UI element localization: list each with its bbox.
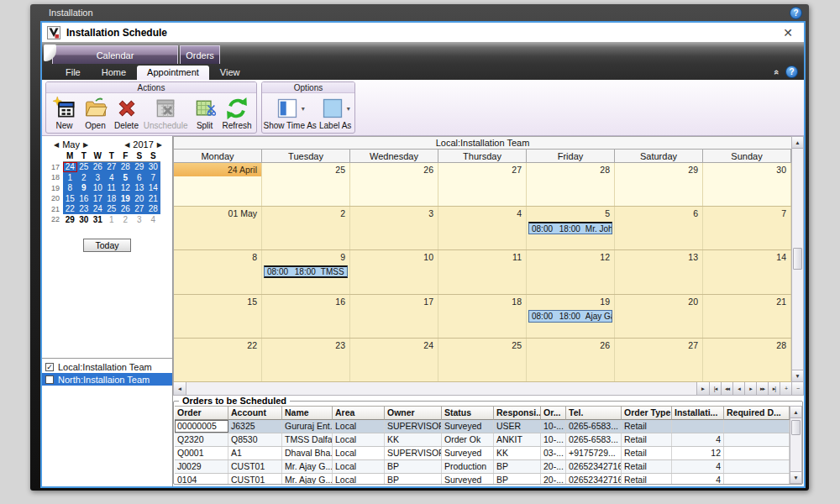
mini-calendar-day[interactable]: 31 [91, 214, 105, 225]
mini-calendar-day[interactable]: 16 [77, 193, 92, 204]
chevron-down-icon[interactable]: ▾ [347, 105, 350, 113]
ribbon-tab-file[interactable]: File [55, 66, 91, 80]
scroll-up-icon[interactable]: ▲ [792, 137, 803, 149]
orders-column-header[interactable]: Owner [385, 406, 442, 420]
orders-column-header[interactable]: Area [333, 406, 385, 420]
scroll-up-icon[interactable]: ▲ [790, 407, 801, 418]
mini-calendar-day[interactable]: 28 [146, 204, 160, 215]
mini-calendar-day[interactable]: 27 [133, 204, 147, 215]
orders-column-header[interactable]: Order [175, 406, 228, 420]
calendar-day-cell[interactable]: 6 [615, 207, 703, 249]
ribbon-tab-view[interactable]: View [210, 66, 250, 80]
calendar-day-cell[interactable]: 1908:00 18:00Ajay Gaut [527, 295, 615, 338]
team-list-item[interactable]: ✓Local:Installation Team [42, 360, 172, 373]
calendar-day-cell[interactable]: 18 [438, 295, 527, 338]
chevron-down-icon[interactable]: ▾ [302, 105, 305, 113]
orders-column-header[interactable]: Or... [541, 406, 566, 420]
next-year-arrow-icon[interactable]: ▶ [154, 141, 165, 149]
orders-table-row[interactable]: Q0001A1Dhaval Bha...LocalSUPERVISORSurve… [175, 447, 790, 460]
prev-month-arrow-icon[interactable]: ◀ [50, 141, 62, 149]
collapse-ribbon-icon[interactable]: « [772, 69, 782, 74]
new-button[interactable]: New [49, 95, 80, 132]
tab-calendar[interactable]: Calendar [52, 45, 178, 64]
mini-calendar-day[interactable]: 17 [91, 193, 105, 204]
calendar-day-cell[interactable]: 3 [350, 207, 438, 249]
mini-calendar-day[interactable]: 26 [91, 162, 105, 173]
appointment[interactable]: 08:00 18:00Ajay Gaut [528, 310, 612, 323]
calendar-day-cell[interactable]: 29 [615, 163, 703, 206]
refresh-button[interactable]: Refresh [220, 95, 254, 132]
prev-year-arrow-icon[interactable]: ◀ [121, 141, 133, 149]
mini-calendar-day[interactable]: 25 [77, 162, 92, 173]
orders-column-header[interactable]: Status [442, 406, 494, 420]
calendar-day-cell[interactable]: 16 [262, 295, 350, 338]
scroll-left-icon[interactable]: ◄ [174, 382, 186, 395]
calendar-day-cell[interactable]: 14 [703, 250, 791, 293]
orders-column-header[interactable]: Name [282, 406, 333, 420]
mini-calendar-day[interactable]: 9 [77, 183, 92, 194]
scroll-down-icon[interactable]: ▼ [790, 471, 801, 483]
mini-calendar-day[interactable]: 12 [118, 183, 133, 194]
mini-calendar-day[interactable]: 14 [146, 183, 160, 194]
calendar-day-cell[interactable]: 10 [350, 250, 438, 293]
ribbon-tab-appointment[interactable]: Appointment [137, 66, 209, 80]
mini-calendar-day[interactable]: 21 [146, 193, 160, 204]
calendar-day-cell[interactable]: 24 [350, 339, 438, 381]
calendar-day-cell[interactable]: 12 [527, 250, 615, 293]
orders-column-header[interactable]: Responsi... [494, 406, 541, 420]
mini-calendar-day[interactable]: 3 [133, 214, 147, 225]
calendar-day-cell[interactable]: 30 [703, 163, 791, 206]
mini-calendar-day[interactable]: 30 [146, 162, 160, 173]
orders-column-header[interactable]: Order Type [622, 406, 672, 420]
mini-calendar-day[interactable]: 3 [91, 172, 105, 183]
calendar-day-cell[interactable]: 01 May [174, 207, 262, 249]
mini-calendar-day[interactable]: 18 [105, 193, 119, 204]
calendar-day-cell[interactable]: 26 [350, 163, 438, 206]
calendar-day-cell[interactable]: 28 [703, 339, 791, 381]
orders-table-row[interactable]: 00000005J6325Gururaj Ent...LocalSUPERVIS… [175, 420, 790, 433]
mini-calendar-day[interactable]: 2 [118, 214, 133, 225]
mini-calendar-day[interactable]: 25 [105, 204, 119, 215]
appointment[interactable]: 08:00 18:00Mr. John D [528, 222, 612, 234]
mini-calendar-day[interactable]: 1 [105, 214, 119, 225]
calendar-day-cell[interactable]: 27 [615, 339, 703, 381]
scroll-right-icon[interactable]: ► [696, 382, 709, 395]
mini-calendar-day[interactable]: 24 [91, 204, 105, 215]
calendar-day-cell[interactable]: 8 [174, 250, 262, 293]
record-nav-button[interactable]: − [791, 382, 803, 395]
mini-calendar-day[interactable]: 22 [63, 204, 77, 215]
close-icon[interactable]: ✕ [779, 26, 797, 39]
calendar-day-cell[interactable]: 4 [438, 207, 527, 249]
orders-column-header[interactable]: Required D... [724, 406, 790, 420]
mini-calendar-day[interactable]: 24 [63, 162, 77, 173]
calendar-day-cell[interactable]: 28 [527, 163, 615, 206]
mini-calendar-day[interactable]: 29 [63, 214, 77, 225]
calendar-day-cell[interactable]: 22 [174, 339, 262, 381]
orders-column-header[interactable]: Installati... [672, 406, 724, 420]
delete-button[interactable]: Delete [111, 95, 142, 132]
mini-calendar-day[interactable]: 4 [105, 172, 119, 183]
unschedule-button[interactable]: Unschedule [142, 95, 189, 132]
mini-calendar-day[interactable]: 20 [133, 193, 147, 204]
calendar-day-cell[interactable]: 20 [615, 295, 703, 338]
ribbon-tab-home[interactable]: Home [92, 66, 136, 80]
orders-table-row[interactable]: J0029CUST01Mr. Ajay G...LocalBPProductio… [175, 460, 790, 474]
mini-calendar-day[interactable]: 19 [118, 193, 133, 204]
mini-calendar-day[interactable]: 5 [118, 172, 133, 183]
mini-calendar-day[interactable]: 8 [63, 183, 77, 194]
record-nav-button[interactable]: + [780, 382, 791, 395]
mini-calendar-day[interactable]: 10 [91, 183, 105, 194]
calendar-day-cell[interactable]: 21 [703, 295, 791, 338]
mini-calendar-day[interactable]: 29 [133, 162, 147, 173]
calendar-day-cell[interactable]: 25 [262, 163, 350, 206]
frame-help-button[interactable]: ? [790, 7, 802, 19]
team-checkbox[interactable]: ✓ [45, 363, 54, 371]
team-checkbox[interactable] [45, 375, 54, 384]
orders-column-header[interactable]: Account [228, 406, 282, 420]
calendar-day-cell[interactable]: 15 [174, 295, 262, 338]
record-nav-button[interactable]: ◂◂ [721, 382, 732, 395]
show-time-as-button[interactable]: ▾ Show Time As [265, 95, 315, 132]
orders-scroll-track[interactable] [790, 418, 801, 471]
record-nav-button[interactable]: ◂ [732, 382, 744, 395]
next-month-arrow-icon[interactable]: ▶ [80, 141, 92, 149]
